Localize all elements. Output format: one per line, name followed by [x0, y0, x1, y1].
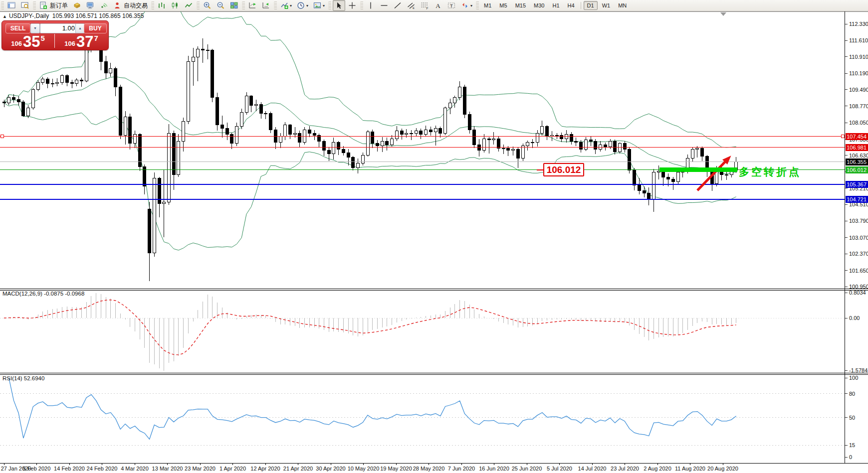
- fibonacci-tool-icon: F: [421, 1, 429, 9]
- timeframe-m15-button[interactable]: M15: [512, 1, 529, 10]
- volume-decrease-button[interactable]: ▼: [30, 23, 40, 33]
- vertical-line-tool-icon: [367, 1, 375, 9]
- crosshair-tool-icon: [348, 1, 357, 9]
- svg-text:E: E: [413, 6, 415, 9]
- ohlc-readout: 105.993 106.571 105.865 106.355: [52, 12, 144, 19]
- chart-title: ▲USDJPY-,Daily 105.993 106.571 105.865 1…: [2, 12, 144, 19]
- toolbar-group-handle: [151, 1, 154, 9]
- volume-input[interactable]: 1.00: [40, 23, 78, 33]
- macd-indicator-label: MACD(12,26,9) -0.0875 -0.0968: [2, 291, 84, 297]
- tile-windows-icon: [230, 1, 238, 9]
- fibonacci-tool-button[interactable]: F: [419, 0, 431, 11]
- templates-button[interactable]: ▾: [311, 0, 327, 11]
- main-toolbar: 新订单自动交易▾▾▾EFAT▾M1M5M15M30H1H4D1W1MN: [0, 0, 868, 11]
- data-window-button[interactable]: [19, 0, 31, 11]
- bar-chart-mode-icon: [158, 1, 166, 9]
- text-label-tool-icon: T: [447, 1, 456, 9]
- toolbar-group-handle: [33, 1, 36, 9]
- signals-button[interactable]: [98, 0, 110, 11]
- timeframe-m5-button[interactable]: M5: [496, 1, 510, 10]
- market-watch-icon: [7, 1, 16, 9]
- arrows-tool-button[interactable]: ▾: [459, 0, 474, 11]
- meta-editor-button[interactable]: [84, 0, 97, 11]
- toolbar-group-handle: [1, 1, 4, 9]
- timeframe-group: M1M5M15M30H1H4D1W1MN: [480, 0, 631, 11]
- chart-canvas[interactable]: 112.330111.610110.910110.190109.490108.7…: [0, 0, 868, 473]
- data-window-icon: [21, 1, 29, 9]
- toolbar-group-handle: [197, 1, 200, 9]
- one-click-trade-panel: SELL ▼ 1.00 ▲ BUY 106 35 5 106 37 7: [1, 20, 109, 50]
- buy-price[interactable]: 106 37 7: [55, 33, 107, 49]
- cursor-tool-button[interactable]: [333, 0, 345, 11]
- buy-price-pip: 7: [94, 34, 98, 42]
- sell-price-big: 35: [23, 35, 40, 49]
- toolbar-group: [155, 0, 196, 11]
- toolbar-group: [332, 0, 359, 11]
- text-tool-button[interactable]: A: [432, 0, 444, 11]
- timeframe-m1-button[interactable]: M1: [480, 1, 495, 10]
- equidistant-channel-tool-icon: E: [407, 1, 416, 9]
- buy-price-big: 37: [76, 35, 93, 49]
- timeframe-h4-button[interactable]: H4: [564, 1, 578, 10]
- periods-dropdown-icon[interactable]: ▾: [306, 3, 308, 8]
- line-chart-mode-button[interactable]: [183, 0, 195, 11]
- meta-editor-icon: [86, 1, 95, 9]
- tile-windows-button[interactable]: [228, 0, 240, 11]
- market-watch-button[interactable]: [5, 0, 18, 11]
- toolbar-group: [246, 0, 273, 11]
- support-zone-bar[interactable]: [659, 167, 737, 172]
- auto-trading-button[interactable]: 自动交易: [111, 0, 150, 11]
- new-order-button[interactable]: 新订单: [37, 0, 70, 11]
- sell-button[interactable]: SELL: [5, 23, 30, 33]
- sell-price[interactable]: 106 35 5: [2, 33, 54, 49]
- arrows-tool-dropdown-icon[interactable]: ▾: [470, 3, 472, 8]
- bar-chart-mode-button[interactable]: [156, 0, 168, 11]
- templates-dropdown-icon[interactable]: ▾: [323, 3, 325, 8]
- indicators-dropdown-icon[interactable]: ▾: [290, 3, 292, 8]
- timeframe-m30-button[interactable]: M30: [530, 1, 548, 10]
- buy-button[interactable]: BUY: [84, 23, 107, 33]
- toolbar-group-handle: [274, 1, 277, 9]
- auto-trading-icon: [113, 1, 122, 9]
- price-axis[interactable]: [845, 11, 868, 463]
- equidistant-channel-tool-button[interactable]: E: [405, 0, 418, 11]
- toolbar-group-handle: [328, 1, 331, 9]
- svg-text:T: T: [450, 3, 453, 8]
- vertical-line-tool-button[interactable]: [365, 0, 377, 11]
- svg-text:F: F: [427, 6, 429, 10]
- candlestick-mode-button[interactable]: [169, 0, 182, 11]
- toolbar-group: EFAT▾: [364, 0, 475, 11]
- timeframe-h1-button[interactable]: H1: [549, 1, 563, 10]
- indicators-button[interactable]: ▾: [278, 0, 294, 11]
- toolbar-group-handle: [242, 1, 245, 9]
- timeframe-w1-button[interactable]: W1: [599, 1, 614, 10]
- chart-shift-button[interactable]: [260, 0, 272, 11]
- timeframe-mn-button[interactable]: MN: [615, 1, 630, 10]
- panel-divider: [54, 34, 55, 48]
- auto-scroll-button[interactable]: [246, 0, 259, 11]
- text-label-tool-button[interactable]: T: [445, 0, 458, 11]
- timeframe-d1-button[interactable]: D1: [584, 1, 598, 10]
- periods-button[interactable]: ▾: [295, 0, 310, 11]
- crosshair-tool-button[interactable]: [346, 0, 359, 11]
- sell-price-pip: 5: [40, 34, 44, 42]
- cursor-tool-icon: [335, 1, 343, 9]
- buy-price-handle: 106: [64, 40, 75, 47]
- mt4-terminal: 新订单自动交易▾▾▾EFAT▾M1M5M15M30H1H4D1W1MN 112.…: [0, 0, 868, 473]
- zoom-out-button[interactable]: [215, 0, 227, 11]
- history-center-button[interactable]: [71, 0, 83, 11]
- collapse-panel-icon[interactable]: ▲: [2, 14, 7, 19]
- candlestick-mode-icon: [171, 1, 180, 9]
- price-callout-box[interactable]: 106.012: [543, 163, 584, 176]
- zoom-in-button[interactable]: [201, 0, 214, 11]
- arrows-tool-icon: [461, 1, 469, 9]
- toolbar-group: [5, 0, 32, 11]
- trendline-tool-button[interactable]: [392, 0, 404, 11]
- turning-point-note[interactable]: 多空转折点: [739, 165, 801, 179]
- horizontal-line-tool-button[interactable]: [378, 0, 391, 11]
- toolbar-group-handle: [476, 1, 479, 9]
- chart-shift-icon: [262, 1, 270, 9]
- symbol-period-label: USDJPY-,Daily: [9, 12, 49, 19]
- new-order-label: 新订单: [50, 1, 68, 10]
- time-axis[interactable]: [0, 463, 845, 473]
